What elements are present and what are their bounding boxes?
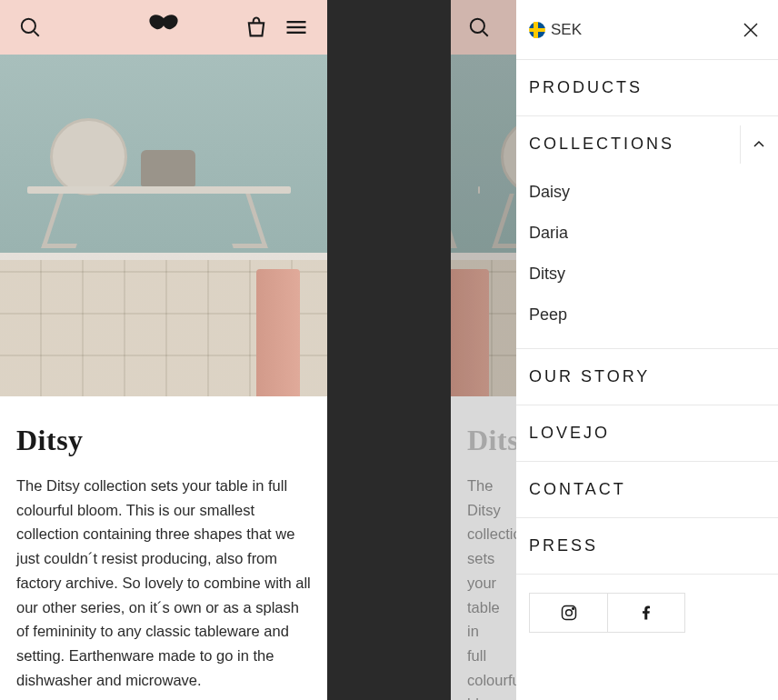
hero-image <box>0 55 327 396</box>
chevron-up-icon <box>753 138 765 151</box>
instagram-icon <box>560 604 578 622</box>
header-bar <box>0 0 327 55</box>
search-icon[interactable] <box>18 15 42 39</box>
instagram-link[interactable] <box>529 593 607 633</box>
svg-point-10 <box>565 610 572 616</box>
facebook-link[interactable] <box>607 593 685 633</box>
sub-item-daria[interactable]: Daria <box>516 213 778 254</box>
cart-icon[interactable] <box>244 15 269 40</box>
article-title: Ditsy <box>467 424 500 457</box>
header-bar <box>451 0 516 55</box>
nav-item-contact[interactable]: CONTACT <box>516 462 778 518</box>
nav-item-collections[interactable]: COLLECTIONS <box>516 116 778 172</box>
article-content: Ditsy The Ditsy collection sets your tab… <box>451 396 516 700</box>
nav-label: LOVEJO <box>529 424 610 443</box>
flag-icon <box>529 22 545 38</box>
nav-label: PRESS <box>529 536 598 555</box>
close-icon[interactable] <box>742 21 760 39</box>
svg-point-11 <box>572 608 574 610</box>
sub-item-daisy[interactable]: Daisy <box>516 172 778 213</box>
article-body: The Ditsy collection sets your table in … <box>16 474 311 692</box>
social-links <box>516 575 778 651</box>
nav-item-products[interactable]: PRODUCTS <box>516 60 778 116</box>
nav-item-lovejo[interactable]: LOVEJO <box>516 405 778 462</box>
search-icon[interactable] <box>467 15 491 39</box>
screen-normal: Ditsy The Ditsy collection sets your tab… <box>0 0 327 700</box>
screen-drawer-open-bg: Ditsy The Ditsy collection sets your tab… <box>451 0 516 700</box>
collapse-toggle[interactable] <box>740 125 778 164</box>
nav-item-press[interactable]: PRESS <box>516 518 778 575</box>
nav-label: COLLECTIONS <box>529 135 674 154</box>
sub-item-ditsy[interactable]: Ditsy <box>516 254 778 295</box>
hero-image <box>451 55 516 396</box>
article-body: The Ditsy collection sets your table in … <box>467 474 500 700</box>
currency-selector[interactable]: SEK <box>529 21 582 39</box>
currency-label: SEK <box>551 21 582 39</box>
menu-icon[interactable] <box>284 15 309 40</box>
svg-line-1 <box>34 31 38 35</box>
nav-item-our-story[interactable]: OUR STORY <box>516 349 778 405</box>
nav-label: OUR STORY <box>529 367 650 386</box>
collections-sublist: Daisy Daria Ditsy Peep <box>516 172 778 349</box>
article-content: Ditsy The Ditsy collection sets your tab… <box>0 396 327 700</box>
svg-point-0 <box>22 19 35 33</box>
article-title: Ditsy <box>16 424 311 457</box>
logo[interactable] <box>145 13 182 42</box>
sub-item-peep[interactable]: Peep <box>516 295 778 335</box>
svg-line-6 <box>483 31 487 35</box>
nav-label: PRODUCTS <box>529 78 643 97</box>
drawer-header: SEK <box>516 0 778 60</box>
svg-point-5 <box>471 19 484 33</box>
nav-label: CONTACT <box>529 480 626 499</box>
screen-gap <box>327 0 451 700</box>
nav-drawer: SEK PRODUCTS COLLECTIONS Daisy Daria Dit… <box>516 0 778 700</box>
facebook-icon <box>637 604 655 622</box>
